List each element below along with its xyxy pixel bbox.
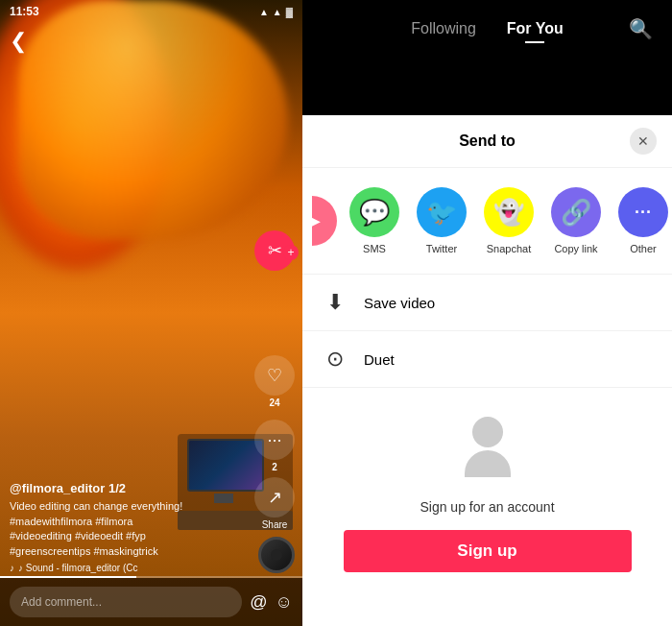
music-note-icon: ♪ <box>10 563 14 573</box>
partial-app-icon: ▶ <box>312 208 321 233</box>
like-count: 24 <box>269 397 279 408</box>
copy-link-icon: 🔗 <box>551 187 601 237</box>
edit-plus-icon: + <box>283 245 299 260</box>
tab-following[interactable]: Following <box>396 12 492 45</box>
avatar-placeholder <box>454 417 521 484</box>
share-app-sms[interactable]: 💬 SMS <box>341 187 408 254</box>
music-info: ♪ ♪ Sound - filmora_editor (Cc <box>10 563 245 573</box>
save-video-label: Save video <box>364 295 435 311</box>
fire-effect-2 <box>19 0 288 240</box>
share-app-snapchat[interactable]: 👻 Snapchat <box>475 187 542 254</box>
signup-prompt: Sign up for an account <box>420 499 554 515</box>
wifi-icon: ▲ <box>273 7 282 17</box>
status-bar: 11:53 ▲ ▲ ▓ <box>0 0 302 23</box>
status-time: 11:53 <box>10 5 39 18</box>
music-disc-inner <box>271 549 282 561</box>
username[interactable]: @filmora_editor 1/2 <box>10 481 245 495</box>
comment-icons: @ ☺ <box>250 592 293 613</box>
emoji-icon[interactable]: ☺ <box>276 592 293 613</box>
save-video-icon: ⬇ <box>322 290 348 315</box>
other-label: Other <box>630 243 657 254</box>
twitter-label: Twitter <box>426 243 457 254</box>
battery-icon: ▓ <box>286 7 293 17</box>
comment-count: 2 <box>272 462 277 472</box>
sms-label: SMS <box>363 243 386 254</box>
comment-input[interactable]: Add comment... <box>10 587 242 617</box>
avatar-head <box>472 417 503 447</box>
save-video-button[interactable]: ⬇ Save video <box>302 275 672 331</box>
action-buttons: ♡ 24 ··· 2 <box>254 355 295 472</box>
signup-button[interactable]: Sign up <box>344 530 632 572</box>
comment-bar: Add comment... @ ☺ <box>0 578 302 626</box>
close-icon: ✕ <box>637 133 649 149</box>
duet-icon: ⊙ <box>322 347 348 372</box>
share-app-partial[interactable]: ▶ <box>312 196 341 246</box>
share-button[interactable]: ↗ Share <box>254 477 295 530</box>
top-nav: Following For You 🔍 <box>302 0 672 115</box>
video-info: @filmora_editor 1/2 Video editing can ch… <box>10 481 245 573</box>
share-label: Share <box>262 519 288 530</box>
mention-icon[interactable]: @ <box>250 592 267 613</box>
music-disc[interactable] <box>258 537 295 573</box>
sheet-header: Send to ✕ <box>302 115 672 168</box>
send-to-sheet: Send to ✕ ▶ 💬 SMS 🐦 Twitter 👻 <box>302 115 672 626</box>
signup-section: Sign up for an account Sign up <box>302 388 672 591</box>
snapchat-icon: 👻 <box>484 187 534 237</box>
snapchat-label: Snapchat <box>487 243 531 254</box>
back-button[interactable]: ❮ <box>10 29 27 54</box>
close-button[interactable]: ✕ <box>630 128 657 155</box>
music-label: ♪ Sound - filmora_editor (Cc <box>18 563 138 573</box>
share-app-copy-link[interactable]: 🔗 Copy link <box>542 187 610 254</box>
other-icon: ··· <box>618 187 668 237</box>
comment-icon: ··· <box>254 420 295 460</box>
share-icon: ↗ <box>254 477 295 518</box>
comment-button[interactable]: ··· 2 <box>254 420 295 472</box>
avatar-body <box>465 450 511 477</box>
share-apps-row: ▶ 💬 SMS 🐦 Twitter 👻 Snapchat 🔗 Copy link <box>302 168 672 275</box>
nav-bar: Following For You 🔍 <box>302 0 672 58</box>
duet-button[interactable]: ⊙ Duet <box>302 331 672 388</box>
comment-placeholder: Add comment... <box>21 595 102 609</box>
share-app-twitter[interactable]: 🐦 Twitter <box>408 187 475 254</box>
status-icons: ▲ ▲ ▓ <box>259 7 293 17</box>
video-panel: 11:53 ▲ ▲ ▓ ❮ ✂ + ♡ 24 ··· 2 <box>0 0 302 626</box>
sms-icon: 💬 <box>349 187 399 237</box>
twitter-icon: 🐦 <box>417 187 467 237</box>
sheet-title: Send to <box>459 132 516 150</box>
tab-for-you[interactable]: For You <box>492 12 579 45</box>
like-button[interactable]: ♡ 24 <box>254 355 295 408</box>
video-description: Video editing can change everything! #ma… <box>10 499 245 559</box>
search-icon[interactable]: 🔍 <box>629 17 653 40</box>
share-app-other[interactable]: ··· Other <box>610 187 672 254</box>
heart-icon: ♡ <box>254 355 295 396</box>
signal-icon: ▲ <box>259 7 269 17</box>
duet-label: Duet <box>364 351 395 368</box>
right-panel: Following For You 🔍 Send to ✕ ▶ <box>302 0 672 626</box>
copy-link-label: Copy link <box>554 243 597 254</box>
